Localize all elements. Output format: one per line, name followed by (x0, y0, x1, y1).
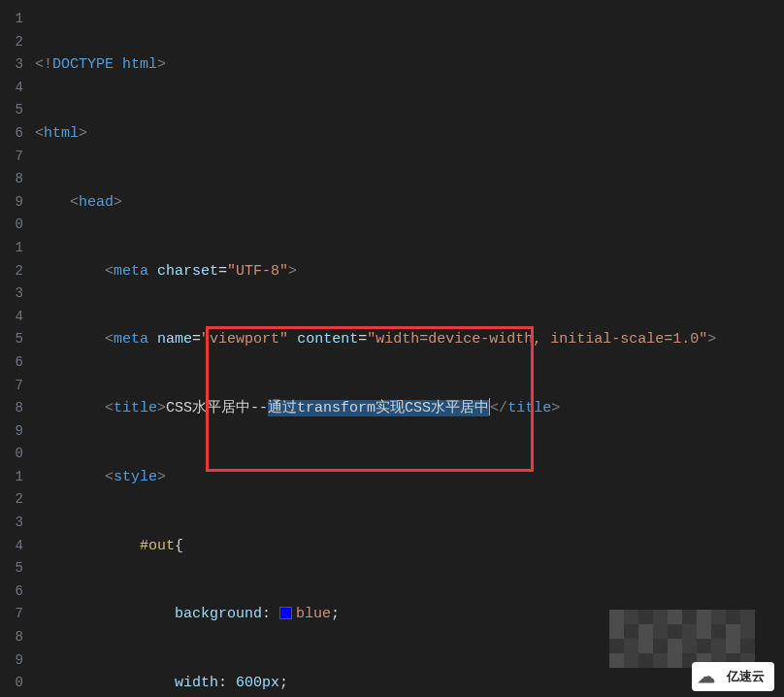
line-number: 7 (0, 146, 23, 169)
line-number: 9 (0, 649, 23, 673)
line-number: 0 (0, 214, 23, 237)
code-editor[interactable]: 1 2 3 4 5 6 7 8 9 0 1 2 3 4 5 6 7 8 9 0 … (0, 0, 784, 697)
code-line[interactable]: width: 600px; (35, 672, 784, 695)
watermark-badge: ☁ 亿速云 (692, 662, 774, 691)
blurred-overlay (609, 610, 755, 668)
code-line[interactable]: <meta name="viewport" content="width=dev… (35, 328, 784, 351)
line-number: 9 (0, 420, 23, 444)
code-line[interactable]: <meta charset="UTF-8"> (35, 260, 784, 283)
line-number: 8 (0, 168, 23, 191)
line-number: 5 (0, 99, 23, 122)
code-line[interactable]: <head> (35, 191, 784, 215)
line-number: 3 (0, 53, 23, 77)
line-number: 3 (0, 512, 23, 535)
line-number: 2 (0, 488, 23, 512)
line-number: 7 (0, 603, 23, 626)
color-swatch-icon (279, 607, 292, 619)
line-number: 8 (0, 397, 23, 420)
line-number: 6 (0, 581, 23, 604)
line-number: 5 (0, 328, 23, 351)
line-number: 2 (0, 260, 23, 283)
code-area[interactable]: <!DOCTYPE html> <html> <head> <meta char… (29, 0, 784, 697)
line-number: 0 (0, 672, 23, 695)
code-line[interactable]: <html> (35, 122, 784, 146)
selected-text[interactable]: 通过transform实现CSS水平居中 (268, 400, 489, 416)
line-number: 4 (0, 77, 23, 100)
line-number: 4 (0, 306, 23, 329)
code-line[interactable]: <style> (35, 466, 784, 489)
line-number: 2 (0, 31, 23, 54)
line-number: 1 (0, 237, 23, 260)
line-number: 4 (0, 535, 23, 558)
line-gutter: 1 2 3 4 5 6 7 8 9 0 1 2 3 4 5 6 7 8 9 0 … (0, 0, 29, 697)
line-number: 8 (0, 626, 23, 649)
line-number: 0 (0, 443, 23, 466)
code-line[interactable]: #out{ (35, 535, 784, 558)
line-number: 1 (0, 8, 23, 31)
line-number: 9 (0, 191, 23, 215)
code-line[interactable]: <!DOCTYPE html> (35, 53, 784, 77)
line-number: 3 (0, 282, 23, 306)
code-line[interactable]: <title>CSS水平居中--通过transform实现CSS水平居中</ti… (35, 397, 784, 420)
watermark-text: 亿速云 (727, 669, 765, 683)
line-number: 6 (0, 122, 23, 146)
cloud-icon: ☁ (698, 666, 715, 687)
line-number: 6 (0, 351, 23, 375)
line-number: 7 (0, 375, 23, 398)
line-number: 5 (0, 557, 23, 581)
line-number: 1 (0, 466, 23, 489)
